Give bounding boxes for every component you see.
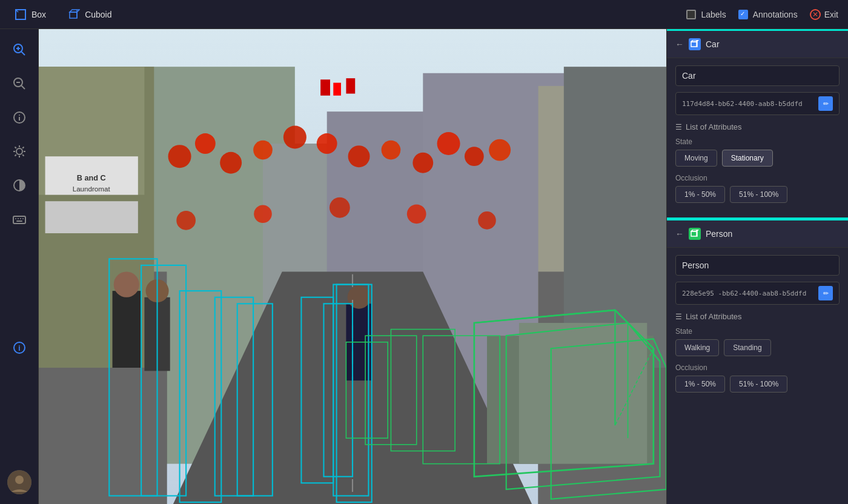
svg-text:Laundromat: Laundromat	[73, 185, 111, 193]
person-walking-button[interactable]: Walking	[675, 339, 719, 356]
person-state-label: State	[675, 327, 840, 336]
zoom-in-icon[interactable]	[8, 39, 30, 61]
left-sidebar: i	[0, 29, 39, 504]
svg-text:B and C: B and C	[77, 174, 106, 182]
canvas-area: B and C Laundromat	[39, 29, 666, 504]
contrast-icon[interactable]	[8, 174, 30, 196]
person-occlusion-high-button[interactable]: 51% - 100%	[730, 376, 787, 393]
person-occlusion-buttons: 1% - 50% 51% - 100%	[675, 376, 840, 393]
annotations-toggle[interactable]: Annotations	[738, 10, 798, 19]
person-annotation-card: ← Person 228e5e95 -bb62-4400-aab8-b5ddfd…	[667, 220, 848, 407]
svg-rect-71	[320, 79, 330, 95]
labels-checkbox[interactable]	[686, 10, 696, 19]
annotations-checkbox[interactable]	[738, 10, 748, 19]
svg-point-70	[478, 211, 496, 230]
cuboid-label: Cuboid	[85, 10, 111, 19]
canvas-background: B and C Laundromat	[39, 29, 666, 504]
svg-point-69	[407, 204, 426, 224]
box-icon	[15, 8, 27, 21]
person-type-icon	[689, 228, 701, 240]
svg-rect-81	[519, 323, 647, 464]
person-occlusion-group: Occlusion 1% - 50% 51% - 100%	[675, 363, 840, 393]
svg-point-77	[146, 279, 169, 302]
svg-point-56	[220, 152, 242, 174]
svg-point-34	[15, 476, 24, 484]
labels-toggle-label: Labels	[701, 10, 726, 19]
person-occlusion-label: Occlusion	[675, 363, 840, 372]
cuboid-tool-button[interactable]: Cuboid	[63, 6, 116, 23]
svg-rect-74	[113, 291, 142, 368]
user-avatar[interactable]	[7, 470, 31, 494]
person-header-title: Person	[706, 229, 732, 239]
car-moving-button[interactable]: Moving	[675, 150, 717, 167]
main-content: i	[0, 29, 848, 504]
toolbar-right: Labels Annotations ✕ Exit	[686, 9, 838, 20]
person-label-input[interactable]	[675, 255, 840, 276]
svg-line-6	[21, 52, 25, 56]
labels-toggle[interactable]: Labels	[686, 10, 726, 19]
person-standing-button[interactable]: Standing	[724, 339, 770, 356]
car-uuid-row: 117d4d84-bb62-4400-aab8-b5ddfd ✏	[675, 92, 840, 115]
car-card-header: ← Car	[667, 31, 848, 58]
exit-icon: ✕	[810, 9, 821, 20]
svg-text:i: i	[18, 344, 20, 353]
car-header-title: Car	[706, 39, 720, 49]
brightness-icon[interactable]	[8, 141, 30, 162]
svg-point-75	[114, 271, 139, 297]
person-list-icon: ☰	[675, 313, 682, 321]
annotations-toggle-label: Annotations	[753, 10, 798, 19]
person-edit-button[interactable]: ✏	[818, 286, 833, 300]
person-card-body: 228e5e95 -bb62-4400-aab8-b5ddfd ✏ ☰ List…	[667, 248, 848, 407]
svg-point-57	[253, 141, 273, 160]
car-occlusion-group: Occlusion 1% - 50% 51% - 100%	[675, 174, 840, 203]
svg-rect-25	[13, 216, 25, 224]
info-toggle-icon[interactable]	[8, 107, 30, 128]
person-attributes-section: ☰ List of Attributes State Walking Stand…	[675, 312, 840, 393]
person-attributes-header: ☰ List of Attributes	[675, 312, 840, 321]
car-state-label: State	[675, 138, 840, 146]
svg-rect-72	[333, 83, 341, 96]
svg-rect-50	[45, 201, 138, 233]
car-occlusion-label: Occlusion	[675, 174, 840, 182]
toolbar-left: Box Cuboid	[10, 6, 674, 23]
svg-marker-104	[691, 40, 698, 42]
car-occlusion-low-button[interactable]: 1% - 50%	[675, 186, 725, 203]
svg-point-55	[195, 133, 216, 154]
svg-rect-2	[70, 12, 77, 18]
exit-button[interactable]: ✕ Exit	[810, 9, 838, 20]
car-label-input[interactable]	[675, 65, 840, 86]
car-annotation-card: ← Car 117d4d84-bb62-4400-aab8-b5ddfd ✏	[667, 31, 848, 219]
svg-point-14	[19, 114, 20, 116]
keyboard-icon[interactable]	[8, 208, 30, 230]
car-stationary-button[interactable]: Stationary	[722, 150, 773, 167]
help-icon[interactable]: i	[8, 337, 30, 359]
svg-line-20	[15, 147, 16, 148]
svg-rect-53	[564, 67, 666, 368]
toolbar: Box Cuboid Labels Annotations ✕ Exit	[0, 0, 848, 29]
person-occlusion-low-button[interactable]: 1% - 50%	[675, 376, 725, 393]
svg-point-59	[317, 133, 337, 154]
car-edit-button[interactable]: ✏	[818, 96, 833, 111]
box-label: Box	[31, 10, 46, 19]
svg-rect-76	[144, 297, 170, 371]
svg-point-58	[283, 125, 306, 148]
car-state-group: State Moving Stationary	[675, 138, 840, 167]
svg-line-23	[15, 154, 16, 156]
car-back-arrow[interactable]: ←	[675, 39, 684, 49]
svg-point-66	[176, 211, 196, 230]
car-occlusion-buttons: 1% - 50% 51% - 100%	[675, 186, 840, 203]
box-tool-button[interactable]: Box	[10, 6, 51, 23]
person-state-group: State Walking Standing	[675, 327, 840, 356]
person-uuid-row: 228e5e95 -bb62-4400-aab8-b5ddfd ✏	[675, 282, 840, 305]
svg-point-60	[348, 145, 370, 167]
person-back-arrow[interactable]: ←	[675, 229, 684, 239]
car-occlusion-high-button[interactable]: 51% - 100%	[730, 186, 787, 203]
car-type-icon	[689, 38, 701, 50]
list-icon: ☰	[675, 123, 682, 131]
zoom-out-icon[interactable]	[8, 73, 30, 94]
person-uuid-text: 228e5e95 -bb62-4400-aab8-b5ddfd	[682, 290, 815, 297]
svg-point-62	[412, 153, 433, 173]
car-attributes-header: ☰ List of Attributes	[675, 122, 840, 131]
svg-line-22	[22, 147, 24, 148]
person-state-buttons: Walking Standing	[675, 339, 840, 356]
